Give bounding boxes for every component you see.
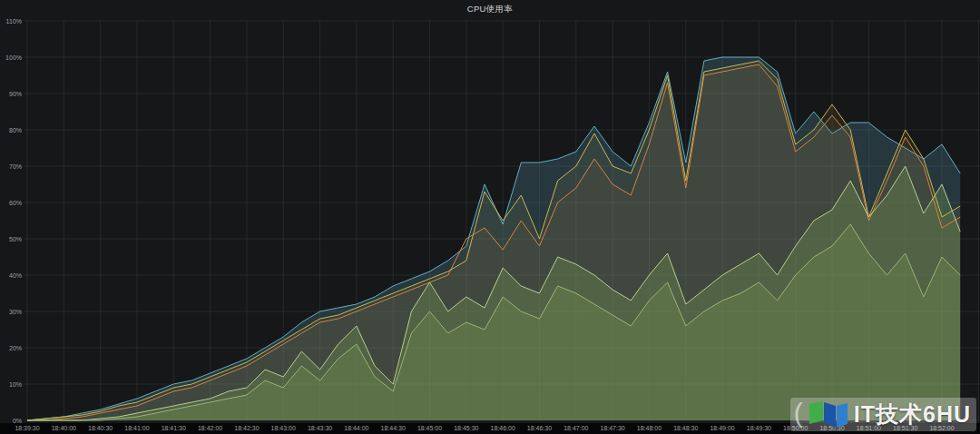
- y-tick-label: 60%: [9, 200, 22, 206]
- y-tick-label: 20%: [9, 345, 22, 351]
- x-tick-label: 18:48:30: [673, 425, 698, 431]
- x-tick-label: 18:44:30: [381, 425, 406, 431]
- x-tick-label: 18:49:30: [747, 425, 771, 431]
- chart-area[interactable]: 0%10%20%30%40%50%60%70%80%90%100%110%18:…: [0, 0, 980, 434]
- x-tick-label: 18:47:00: [564, 425, 588, 431]
- x-tick-label: 18:41:00: [124, 425, 149, 431]
- y-tick-label: 110%: [6, 18, 22, 25]
- watermark-text: IT技术6HU: [854, 399, 971, 429]
- watermark: ( IT技术6HU: [790, 398, 976, 431]
- x-tick-label: 18:44:00: [344, 425, 368, 431]
- x-tick-label: 18:49:00: [710, 425, 734, 431]
- x-tick-label: 18:41:30: [162, 425, 186, 431]
- x-tick-label: 18:43:00: [271, 425, 296, 431]
- x-tick-label: 18:48:00: [637, 425, 662, 431]
- watermark-logo-icon: [808, 400, 848, 429]
- y-tick-label: 50%: [9, 236, 22, 242]
- y-tick-label: 80%: [9, 127, 22, 133]
- x-tick-label: 18:45:00: [417, 425, 442, 431]
- chart-svg[interactable]: 0%10%20%30%40%50%60%70%80%90%100%110%18:…: [0, 0, 980, 434]
- y-tick-label: 30%: [9, 309, 22, 315]
- x-tick-label: 18:46:00: [491, 425, 515, 431]
- y-tick-label: 0%: [13, 418, 22, 424]
- x-tick-label: 18:40:30: [88, 425, 113, 431]
- panel-header: CPU使用率: [0, 0, 980, 18]
- y-tick-label: 40%: [9, 272, 22, 279]
- watermark-arc: (: [794, 399, 803, 427]
- grafana-panel: CPU使用率 0%10%20%30%40%50%60%70%80%90%100%…: [0, 0, 980, 434]
- x-tick-label: 18:42:00: [198, 425, 222, 431]
- panel-title[interactable]: CPU使用率: [467, 4, 513, 15]
- x-tick-label: 18:39:30: [15, 425, 39, 431]
- x-tick-label: 18:42:30: [234, 425, 259, 431]
- y-tick-label: 100%: [5, 54, 22, 61]
- x-tick-label: 18:40:00: [52, 425, 76, 431]
- y-tick-label: 10%: [9, 381, 22, 388]
- y-tick-label: 90%: [9, 91, 22, 97]
- y-tick-label: 70%: [9, 163, 22, 170]
- x-tick-label: 18:46:30: [527, 425, 552, 431]
- x-tick-label: 18:43:30: [308, 425, 332, 431]
- x-tick-label: 18:47:30: [600, 425, 624, 431]
- x-tick-label: 18:45:30: [454, 425, 478, 431]
